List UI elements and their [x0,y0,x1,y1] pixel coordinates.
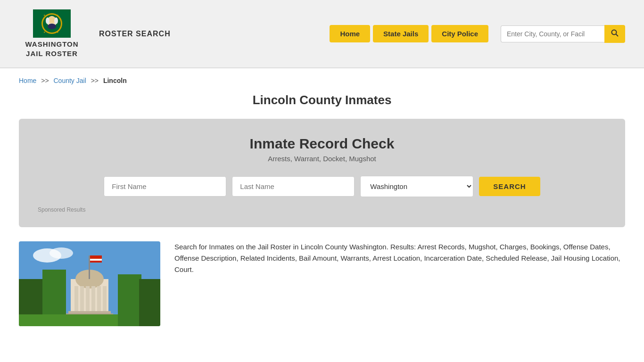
svg-rect-26 [103,286,107,312]
header-search-input[interactable] [501,25,604,42]
svg-point-16 [50,247,73,259]
svg-rect-33 [90,259,102,261]
roster-search-label: ROSTER SEARCH [99,30,171,38]
state-jails-nav-button[interactable]: State Jails [373,25,429,42]
svg-line-13 [616,34,619,36]
svg-rect-23 [86,286,90,312]
breadcrumb: Home >> County Jail >> Lincoln [0,68,644,93]
sponsored-results-label: Sponsored Results [38,206,606,213]
bottom-section: Search for Inmates on the Jail Roster in… [19,241,625,326]
svg-rect-34 [118,274,141,326]
header-search-bar [501,25,625,43]
record-check-form: Washington SEARCH [38,176,606,197]
city-police-nav-button[interactable]: City Police [431,25,488,42]
last-name-input[interactable] [232,176,355,197]
search-icon [611,29,619,37]
breadcrumb-sep2: >> [91,77,99,84]
building-image [19,241,160,326]
header-search-button[interactable] [604,25,625,43]
breadcrumb-county-jail-link[interactable]: County Jail [54,77,86,84]
site-title: WASHINGTON JAIL ROSTER [25,40,78,58]
record-check-title: Inmate Record Check [38,136,606,152]
record-check-search-button[interactable]: SEARCH [479,177,540,196]
svg-rect-21 [74,286,78,312]
state-select[interactable]: Washington [360,176,473,197]
svg-rect-22 [80,286,84,312]
svg-point-7 [48,24,56,29]
page-title: Lincoln County Inmates [0,93,644,107]
logo-area: ★ ★ ★ ★ WASHINGTON JAIL ROSTER [19,9,85,58]
home-nav-button[interactable]: Home [330,25,370,42]
svg-rect-25 [97,286,101,312]
courthouse-illustration [19,241,160,326]
site-header: ★ ★ ★ ★ WASHINGTON JAIL ROSTER ROSTER SE… [0,0,644,68]
description-text: Search for Inmates on the Jail Roster in… [174,241,625,275]
svg-rect-24 [91,286,95,312]
svg-point-12 [612,30,617,34]
main-nav: Home State Jails City Police [330,25,625,43]
svg-point-5 [46,17,50,24]
first-name-input[interactable] [104,176,226,197]
record-check-subtitle: Arrests, Warrant, Docket, Mugshot [38,155,606,163]
inmate-record-check-box: Inmate Record Check Arrests, Warrant, Do… [19,119,625,227]
washington-flag-icon: ★ ★ ★ ★ [33,9,71,38]
breadcrumb-sep1: >> [41,77,49,84]
svg-rect-35 [139,279,160,326]
svg-rect-31 [89,255,90,279]
breadcrumb-current: Lincoln [103,77,127,84]
breadcrumb-home-link[interactable]: Home [19,77,36,84]
svg-point-6 [54,17,58,24]
